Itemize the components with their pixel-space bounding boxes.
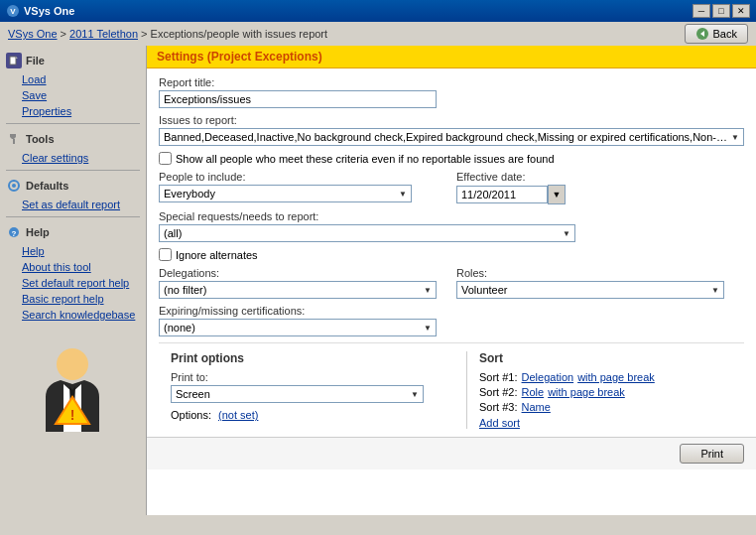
breadcrumb-part1[interactable]: VSys One (8, 28, 58, 40)
sidebar-save-link[interactable]: Save (0, 87, 146, 103)
special-requests-dropdown[interactable]: (all) ▼ (159, 224, 575, 242)
back-button[interactable]: Back (685, 24, 748, 44)
sidebar-div2 (6, 170, 140, 171)
show-all-checkbox[interactable] (159, 152, 172, 165)
svg-rect-5 (13, 139, 15, 144)
roles-dropdown-arrow: ▼ (711, 286, 719, 295)
print-to-value: Screen (176, 388, 210, 400)
issues-dropdown-arrow: ▼ (731, 133, 739, 142)
calendar-button[interactable]: ▼ (548, 185, 566, 204)
sidebar-file-label: File (26, 55, 45, 67)
people-label: People to include: (159, 171, 437, 183)
sidebar-set-default-link[interactable]: Set as default report (0, 197, 146, 212)
issues-dropdown[interactable]: Banned,Deceased,Inactive,No background c… (159, 128, 744, 146)
sidebar-basic-report-help-link[interactable]: Basic report help (0, 291, 146, 307)
sidebar-about-tool-link[interactable]: About this tool (0, 259, 146, 275)
settings-title: Settings (Project Exceptions) (157, 50, 322, 64)
sidebar-help-label: Help (26, 226, 50, 238)
special-requests-value: (all) (164, 227, 182, 239)
effective-date-input[interactable] (456, 186, 548, 203)
sidebar-search-kb-link[interactable]: Search knowledgebase (0, 307, 146, 323)
title-bar: V VSys One ─ □ ✕ (0, 0, 756, 22)
sidebar-set-default-help-link[interactable]: Set default report help (0, 275, 146, 291)
report-title-input[interactable] (159, 90, 437, 108)
sidebar-defaults-header[interactable]: Defaults (0, 175, 146, 197)
ignore-alternates-row: Ignore alternates (159, 248, 744, 261)
issues-row: Issues to report: Banned,Deceased,Inacti… (159, 114, 744, 146)
svg-text:!: ! (70, 407, 75, 423)
print-to-dropdown[interactable]: Screen ▼ (171, 385, 424, 403)
delegations-dropdown[interactable]: (no filter) ▼ (159, 281, 437, 299)
svg-rect-4 (10, 57, 16, 65)
sidebar-file-header[interactable]: File (0, 50, 146, 71)
close-button[interactable]: ✕ (732, 4, 750, 18)
print-button[interactable]: Print (680, 444, 744, 464)
sidebar-clear-settings-link[interactable]: Clear settings (0, 150, 146, 166)
sidebar-div3 (6, 216, 140, 217)
maximize-button[interactable]: □ (712, 4, 730, 18)
sidebar-help-link[interactable]: Help (0, 243, 146, 259)
sort1-value-link[interactable]: Delegation (522, 371, 574, 383)
sort1-row: Sort #1: Delegation with page break (479, 371, 732, 383)
sort2-prefix: Sort #2: (479, 386, 518, 398)
minimize-button[interactable]: ─ (693, 4, 710, 18)
show-all-row: Show all people who meet these criteria … (159, 152, 744, 165)
breadcrumb-part2[interactable]: 2011 Telethon (69, 28, 138, 40)
breadcrumb-sep2: > (141, 28, 150, 40)
sidebar-help-header[interactable]: ? Help (0, 221, 146, 243)
print-to-label: Print to: (171, 371, 454, 383)
report-title-row: Report title: (159, 76, 744, 108)
sort1-prefix: Sort #1: (479, 371, 518, 383)
delegations-dropdown-arrow: ▼ (424, 286, 432, 295)
certifications-dropdown[interactable]: (none) ▼ (159, 319, 437, 336)
svg-text:V: V (10, 7, 16, 16)
add-sort-link[interactable]: Add sort (479, 417, 732, 429)
ignore-alternates-checkbox[interactable] (159, 248, 172, 261)
print-to-dropdown-arrow: ▼ (411, 390, 419, 399)
svg-text:?: ? (12, 229, 17, 238)
print-options-label: Options: (171, 409, 211, 421)
back-icon (695, 27, 709, 41)
print-section-title: Print options (171, 351, 454, 365)
file-icon (6, 53, 22, 68)
sidebar-properties-link[interactable]: Properties (0, 103, 146, 119)
sort1-suffix-link[interactable]: with page break (577, 371, 655, 383)
roles-label: Roles: (456, 267, 724, 279)
sort2-value-link[interactable]: Role (522, 386, 545, 398)
bottom-sections: Print options Print to: Screen ▼ Options… (159, 342, 744, 429)
roles-dropdown[interactable]: Volunteer ▼ (456, 281, 724, 299)
sort2-suffix-link[interactable]: with page break (548, 386, 625, 398)
people-date-row: People to include: Everybody ▼ Effective… (159, 171, 744, 204)
print-options-link[interactable]: (not set) (218, 409, 258, 421)
show-all-label: Show all people who meet these criteria … (176, 153, 555, 165)
app-icon: V (6, 4, 20, 18)
people-dropdown[interactable]: Everybody ▼ (159, 185, 412, 202)
report-title-label: Report title: (159, 76, 744, 88)
tools-icon (6, 131, 22, 147)
sidebar-tools-header[interactable]: Tools (0, 128, 146, 150)
delegations-roles-row: Delegations: (no filter) ▼ Roles: Volunt… (159, 267, 744, 299)
certifications-label: Expiring/missing certifications: (159, 305, 744, 317)
sidebar-load-link[interactable]: Load (0, 71, 146, 87)
sidebar-help-section: ? Help Help About this tool Set default … (0, 221, 146, 323)
content-area: Settings (Project Exceptions) Report tit… (147, 46, 756, 515)
breadcrumb-sep1: > (61, 28, 69, 40)
sidebar-tools-label: Tools (26, 133, 55, 145)
main-layout: File Load Save Properties Tools Clear se… (0, 46, 756, 515)
sidebar-tools-section: Tools Clear settings (0, 128, 146, 166)
special-requests-label: Special requests/needs to report: (159, 210, 744, 222)
footer: Print (147, 437, 756, 469)
roles-value: Volunteer (461, 284, 507, 296)
print-options-row: Options: (not set) (171, 409, 454, 421)
sidebar-div1 (6, 123, 140, 124)
sort3-value-link[interactable]: Name (522, 401, 551, 413)
effective-date-label: Effective date: (456, 171, 655, 183)
roles-col: Roles: Volunteer ▼ (456, 267, 724, 299)
print-to-row: Print to: Screen ▼ (171, 371, 454, 403)
sort2-row: Sort #2: Role with page break (479, 386, 732, 398)
print-section: Print options Print to: Screen ▼ Options… (159, 351, 466, 429)
issues-label: Issues to report: (159, 114, 744, 126)
person-avatar: ! (36, 342, 110, 437)
date-col: Effective date: ▼ (456, 171, 655, 204)
special-requests-row: Special requests/needs to report: (all) … (159, 210, 744, 242)
